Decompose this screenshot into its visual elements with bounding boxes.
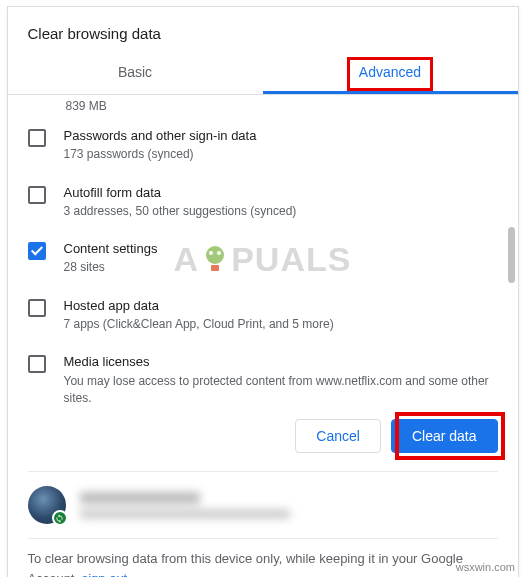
tab-bar: Basic Advanced	[8, 54, 518, 95]
checkbox-hosted-app[interactable]	[28, 299, 46, 317]
item-subtitle: 173 passwords (synced)	[64, 145, 500, 163]
item-title: Autofill form data	[64, 184, 500, 202]
list-item: Hosted app data 7 apps (Click&Clean App,…	[26, 287, 500, 344]
account-row	[8, 472, 518, 538]
avatar	[28, 486, 66, 524]
item-subtitle: 3 addresses, 50 other suggestions (synce…	[64, 202, 500, 220]
tab-advanced[interactable]: Advanced	[263, 54, 518, 94]
sign-out-link[interactable]: sign out	[82, 571, 128, 578]
checkbox-media-licenses[interactable]	[28, 355, 46, 373]
list-item: Media licenses You may lose access to pr…	[26, 343, 500, 405]
checkbox-autofill[interactable]	[28, 186, 46, 204]
scrollbar-thumb[interactable]	[508, 227, 515, 283]
dialog-title: Clear browsing data	[8, 7, 518, 54]
checkbox-content-settings[interactable]	[28, 242, 46, 260]
item-subtitle: 7 apps (Click&Clean App, Cloud Print, an…	[64, 315, 500, 333]
item-subtitle: 28 sites	[64, 258, 500, 276]
item-subtitle: You may lose access to protected content…	[64, 372, 500, 406]
checkbox-passwords[interactable]	[28, 129, 46, 147]
item-title: Passwords and other sign-in data	[64, 127, 500, 145]
cancel-button[interactable]: Cancel	[295, 419, 381, 453]
sync-icon	[52, 510, 68, 526]
clear-browsing-data-dialog: Clear browsing data Basic Advanced 839 M…	[7, 6, 519, 577]
source-watermark: wsxwin.com	[456, 561, 515, 573]
item-title: Hosted app data	[64, 297, 500, 315]
footer-text-end: .	[127, 571, 131, 578]
list-item: Passwords and other sign-in data 173 pas…	[26, 117, 500, 174]
list-item: Autofill form data 3 addresses, 50 other…	[26, 174, 500, 231]
dialog-actions: Cancel Clear data	[8, 405, 518, 471]
clear-data-button[interactable]: Clear data	[391, 419, 498, 453]
tab-basic[interactable]: Basic	[8, 54, 263, 94]
list-item: Content settings 28 sites	[26, 230, 500, 287]
item-title: Media licenses	[64, 353, 500, 371]
item-title: Content settings	[64, 240, 500, 258]
account-details-redacted	[80, 492, 290, 519]
partial-item-size: 839 MB	[26, 99, 500, 117]
options-list: 839 MB Passwords and other sign-in data …	[8, 95, 518, 405]
tab-advanced-label: Advanced	[359, 64, 421, 80]
footer-note: To clear browsing data from this device …	[8, 539, 518, 577]
